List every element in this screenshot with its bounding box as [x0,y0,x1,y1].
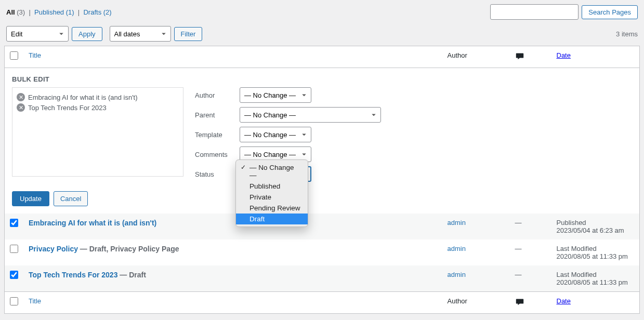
comments-dash: — [515,219,522,226]
column-footer-title[interactable]: Title [29,297,41,305]
bulk-edit-header: BULK EDIT [12,75,632,83]
search-pages-button[interactable]: Search Pages [582,5,638,19]
bulk-edit-cancel-button[interactable]: Cancel [54,191,88,206]
row-checkbox[interactable] [10,219,18,227]
filter-all-count: (3) [17,8,25,16]
date-status-label: Last Modified [557,245,635,252]
date-status-label: Published [557,219,635,226]
bulk-edit-title-item: ✕ Top Tech Trends For 2023 [17,102,179,113]
filter-published-link[interactable]: Published (1) [34,8,74,16]
bulk-edit-update-button[interactable]: Update [12,191,49,206]
page-title-link[interactable]: Privacy Policy [29,245,78,253]
table-row: Privacy Policy — Draft, Privacy Policy P… [5,239,640,265]
status-dropdown-menu: — No Change — Published Private Pending … [235,159,308,227]
page-title-link[interactable]: Embracing AI for what it is (and isn't) [29,219,156,227]
status-option-private[interactable]: Private [236,192,308,203]
remove-item-icon[interactable]: ✕ [17,93,25,101]
comments-dash: — [515,271,522,278]
bulk-edit-row: BULK EDIT ✕ Embracing AI for what it is … [5,68,640,214]
status-filter-links: All (3) | Published (1) | Drafts (2) [6,8,112,16]
items-count: 3 items [616,30,638,38]
filter-drafts-link[interactable]: Drafts (2) [83,8,111,16]
column-header-date[interactable]: Date [557,51,571,59]
search-input[interactable] [490,4,579,20]
status-option-published[interactable]: Published [236,181,308,192]
bulk-edit-comments-label: Comments [195,151,235,158]
bulk-edit-title-text: Top Tech Trends For 2023 [28,104,107,112]
bulk-edit-author-label: Author [195,91,235,99]
pages-table: Title Author Date BULK EDIT ✕ Embracing … [4,46,640,314]
bulk-edit-parent-label: Parent [195,111,235,119]
page-title-suffix: — Draft, Privacy Policy Page [78,245,179,253]
apply-button[interactable]: Apply [72,27,102,41]
bulk-edit-title-text: Embracing AI for what it is (and isn't) [28,94,138,101]
bulk-edit-titles-box: ✕ Embracing AI for what it is (and isn't… [12,87,183,177]
filter-all-label[interactable]: All [6,8,15,16]
bulk-edit-title-item: ✕ Embracing AI for what it is (and isn't… [17,92,179,102]
author-link[interactable]: admin [448,245,466,252]
date-value: 2020/08/05 at 11:33 pm [557,252,635,260]
select-all-checkbox-bottom[interactable] [10,297,18,305]
bulk-edit-status-label: Status [195,170,235,178]
status-option-draft[interactable]: Draft [236,214,308,224]
date-value: 2020/08/05 at 11:33 pm [557,278,635,286]
author-link[interactable]: admin [448,271,466,278]
comments-dash: — [515,245,522,252]
bulk-action-select[interactable]: Edit [6,26,69,42]
bulk-edit-author-select[interactable]: — No Change — [240,87,311,103]
comment-icon [515,297,524,308]
column-footer-author: Author [442,292,510,314]
column-header-comments [510,46,551,68]
date-status-label: Last Modified [557,271,635,278]
date-filter-select[interactable]: All dates [110,26,171,42]
status-option-no-change[interactable]: — No Change — [236,162,308,181]
column-header-author: Author [442,46,510,68]
date-value: 2023/05/04 at 6:23 am [557,226,635,234]
status-option-pending-review[interactable]: Pending Review [236,203,308,214]
table-row: Top Tech Trends For 2023 — Draft admin —… [5,265,640,292]
bulk-edit-parent-select[interactable]: — No Change — [240,107,381,123]
remove-item-icon[interactable]: ✕ [17,103,25,112]
page-title-suffix: — Draft [117,271,146,279]
column-footer-date[interactable]: Date [557,297,571,305]
table-row: Embracing AI for what it is (and isn't) … [5,214,640,239]
bulk-edit-template-label: Template [195,131,235,139]
column-footer-comments [510,292,551,314]
select-all-checkbox-top[interactable] [10,51,18,60]
row-checkbox[interactable] [10,271,18,279]
row-checkbox[interactable] [10,245,18,253]
author-link[interactable]: admin [448,219,466,226]
filter-button[interactable]: Filter [174,27,203,41]
column-header-title[interactable]: Title [29,51,41,59]
bulk-edit-template-select[interactable]: — No Change — [240,127,311,142]
page-title-link[interactable]: Top Tech Trends For 2023 [29,271,117,279]
comment-icon [515,51,524,62]
